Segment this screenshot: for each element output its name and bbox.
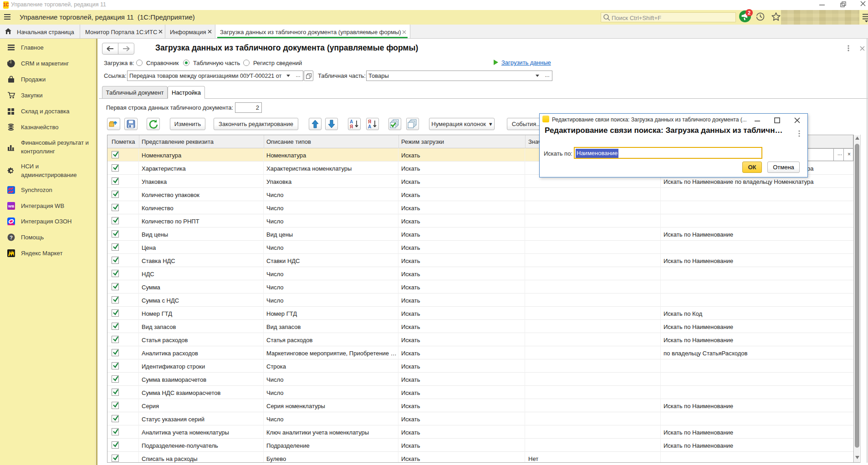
- svg-text:Я: Я: [350, 124, 353, 129]
- svg-text:WB: WB: [8, 204, 15, 208]
- svg-text:?: ?: [10, 235, 13, 240]
- svg-text:Я: Я: [368, 119, 371, 124]
- svg-text:А: А: [350, 119, 353, 124]
- svg-text:А: А: [368, 124, 371, 129]
- svg-text:2: 2: [748, 10, 751, 15]
